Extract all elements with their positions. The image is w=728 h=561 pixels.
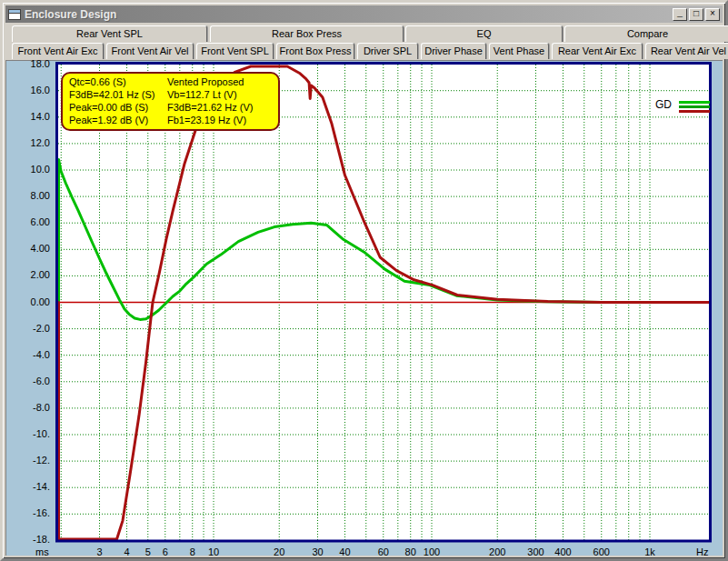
legend-gd-label: GD <box>655 98 672 111</box>
legend-line-green-icon <box>679 101 710 104</box>
tooltip-cell: F3dB=21.62 Hz (V) <box>167 101 272 114</box>
tooltip-cell: Fb1=23.19 Hz (V) <box>167 114 272 126</box>
tooltip-cell: Peak=1.92 dB (V) <box>69 114 167 126</box>
tooltip-cell: F3dB=42.01 Hz (S) <box>69 88 167 101</box>
legend-line-green2-icon <box>679 105 710 108</box>
enclosure-design-window: Enclosure Design _ □ × Rear Vent SPLRear… <box>0 0 728 561</box>
tooltip-cell: Qtc=0.66 (S) <box>69 75 167 88</box>
legend-line-darkred-icon <box>679 110 710 113</box>
tooltip-cell: Peak=0.00 dB (S) <box>69 101 167 114</box>
parameters-tooltip: Qtc=0.66 (S)Vented Proposed F3dB=42.01 H… <box>61 72 280 131</box>
chart-panel: 18.016.014.012.010.08.006.004.002.000.00… <box>5 60 723 556</box>
tooltip-cell: Vented Proposed <box>167 75 272 88</box>
tooltip-cell: Vb=112.7 Lt (V) <box>167 88 272 101</box>
